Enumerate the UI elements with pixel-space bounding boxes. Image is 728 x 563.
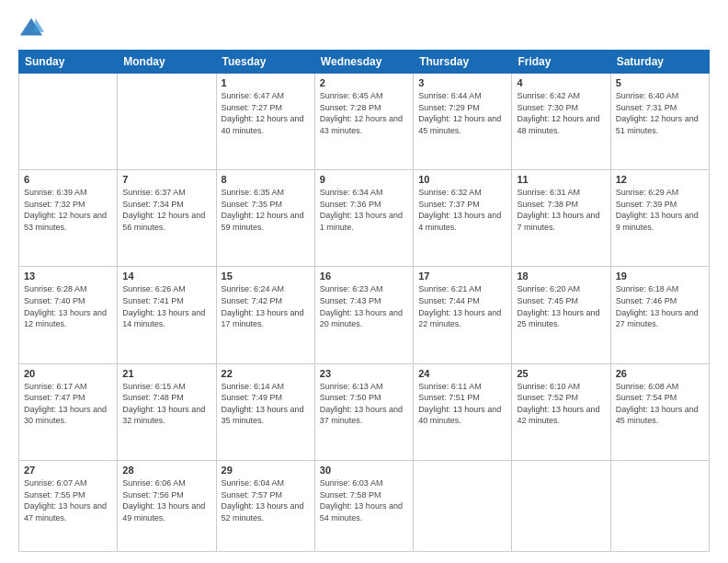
day-number: 28 xyxy=(122,465,210,476)
logo xyxy=(18,15,50,40)
day-info: Sunrise: 6:21 AM Sunset: 7:44 PM Dayligh… xyxy=(418,283,506,329)
calendar-day-cell: 9Sunrise: 6:34 AM Sunset: 7:36 PM Daylig… xyxy=(314,170,413,267)
calendar-day-cell: 7Sunrise: 6:37 AM Sunset: 7:34 PM Daylig… xyxy=(118,170,216,267)
day-number: 29 xyxy=(222,465,310,476)
day-info: Sunrise: 6:17 AM Sunset: 7:47 PM Dayligh… xyxy=(24,381,112,427)
day-info: Sunrise: 6:39 AM Sunset: 7:32 PM Dayligh… xyxy=(24,187,112,233)
day-info: Sunrise: 6:26 AM Sunset: 7:41 PM Dayligh… xyxy=(122,283,210,329)
calendar-week-row: 27Sunrise: 6:07 AM Sunset: 7:55 PM Dayli… xyxy=(19,460,710,551)
day-info: Sunrise: 6:11 AM Sunset: 7:51 PM Dayligh… xyxy=(418,381,506,427)
day-number: 26 xyxy=(616,368,704,379)
calendar-week-row: 1Sunrise: 6:47 AM Sunset: 7:27 PM Daylig… xyxy=(19,74,710,170)
day-info: Sunrise: 6:07 AM Sunset: 7:55 PM Dayligh… xyxy=(24,477,112,523)
day-info: Sunrise: 6:08 AM Sunset: 7:54 PM Dayligh… xyxy=(616,381,704,427)
calendar-day-cell: 1Sunrise: 6:47 AM Sunset: 7:27 PM Daylig… xyxy=(216,74,314,170)
calendar-day-cell: 25Sunrise: 6:10 AM Sunset: 7:52 PM Dayli… xyxy=(512,363,610,460)
day-number: 5 xyxy=(616,77,704,88)
day-number: 9 xyxy=(320,174,408,185)
day-number: 24 xyxy=(418,368,506,379)
day-info: Sunrise: 6:42 AM Sunset: 7:30 PM Dayligh… xyxy=(517,90,605,136)
calendar-day-cell xyxy=(512,460,610,551)
day-info: Sunrise: 6:10 AM Sunset: 7:52 PM Dayligh… xyxy=(517,381,605,427)
calendar-day-cell: 23Sunrise: 6:13 AM Sunset: 7:50 PM Dayli… xyxy=(314,363,413,460)
day-info: Sunrise: 6:37 AM Sunset: 7:34 PM Dayligh… xyxy=(122,187,210,233)
calendar-week-row: 13Sunrise: 6:28 AM Sunset: 7:40 PM Dayli… xyxy=(19,267,710,363)
calendar-day-cell: 8Sunrise: 6:35 AM Sunset: 7:35 PM Daylig… xyxy=(216,170,314,267)
day-info: Sunrise: 6:13 AM Sunset: 7:50 PM Dayligh… xyxy=(320,381,408,427)
calendar-day-cell: 24Sunrise: 6:11 AM Sunset: 7:51 PM Dayli… xyxy=(414,363,512,460)
day-info: Sunrise: 6:28 AM Sunset: 7:40 PM Dayligh… xyxy=(24,283,112,329)
calendar-day-header: Monday xyxy=(118,51,216,74)
day-info: Sunrise: 6:29 AM Sunset: 7:39 PM Dayligh… xyxy=(616,187,704,233)
calendar-day-cell: 16Sunrise: 6:23 AM Sunset: 7:43 PM Dayli… xyxy=(314,267,413,363)
day-info: Sunrise: 6:15 AM Sunset: 7:48 PM Dayligh… xyxy=(122,381,210,427)
day-info: Sunrise: 6:35 AM Sunset: 7:35 PM Dayligh… xyxy=(222,187,310,233)
day-number: 16 xyxy=(320,270,408,282)
day-info: Sunrise: 6:32 AM Sunset: 7:37 PM Dayligh… xyxy=(418,187,506,233)
day-info: Sunrise: 6:06 AM Sunset: 7:56 PM Dayligh… xyxy=(122,477,210,523)
day-info: Sunrise: 6:18 AM Sunset: 7:46 PM Dayligh… xyxy=(616,283,704,329)
day-number: 11 xyxy=(517,174,605,185)
calendar-day-cell: 29Sunrise: 6:04 AM Sunset: 7:57 PM Dayli… xyxy=(216,460,314,551)
day-number: 22 xyxy=(222,368,310,379)
day-number: 3 xyxy=(418,77,506,88)
page: SundayMondayTuesdayWednesdayThursdayFrid… xyxy=(0,0,728,563)
day-number: 10 xyxy=(418,174,506,185)
day-info: Sunrise: 6:40 AM Sunset: 7:31 PM Dayligh… xyxy=(616,90,704,136)
calendar-day-cell: 4Sunrise: 6:42 AM Sunset: 7:30 PM Daylig… xyxy=(512,74,610,170)
calendar-day-cell: 14Sunrise: 6:26 AM Sunset: 7:41 PM Dayli… xyxy=(118,267,216,363)
day-number: 1 xyxy=(222,77,310,88)
calendar-day-cell: 26Sunrise: 6:08 AM Sunset: 7:54 PM Dayli… xyxy=(610,363,709,460)
day-info: Sunrise: 6:34 AM Sunset: 7:36 PM Dayligh… xyxy=(320,187,408,233)
day-info: Sunrise: 6:31 AM Sunset: 7:38 PM Dayligh… xyxy=(517,187,605,233)
calendar-day-cell: 17Sunrise: 6:21 AM Sunset: 7:44 PM Dayli… xyxy=(414,267,512,363)
calendar-day-cell: 18Sunrise: 6:20 AM Sunset: 7:45 PM Dayli… xyxy=(512,267,610,363)
day-info: Sunrise: 6:03 AM Sunset: 7:58 PM Dayligh… xyxy=(320,477,408,523)
calendar-day-cell: 2Sunrise: 6:45 AM Sunset: 7:28 PM Daylig… xyxy=(314,74,413,170)
day-number: 13 xyxy=(24,270,112,282)
day-number: 27 xyxy=(24,465,112,476)
day-number: 2 xyxy=(320,77,408,88)
calendar-day-cell: 30Sunrise: 6:03 AM Sunset: 7:58 PM Dayli… xyxy=(314,460,413,551)
calendar-day-cell xyxy=(414,460,512,551)
day-number: 20 xyxy=(24,368,112,379)
day-info: Sunrise: 6:23 AM Sunset: 7:43 PM Dayligh… xyxy=(320,283,408,329)
day-number: 15 xyxy=(222,270,310,282)
day-info: Sunrise: 6:14 AM Sunset: 7:49 PM Dayligh… xyxy=(222,381,310,427)
calendar-day-cell: 11Sunrise: 6:31 AM Sunset: 7:38 PM Dayli… xyxy=(512,170,610,267)
calendar-table: SundayMondayTuesdayWednesdayThursdayFrid… xyxy=(18,50,710,552)
calendar-day-cell: 20Sunrise: 6:17 AM Sunset: 7:47 PM Dayli… xyxy=(19,363,118,460)
calendar-day-cell: 13Sunrise: 6:28 AM Sunset: 7:40 PM Dayli… xyxy=(19,267,118,363)
logo-icon xyxy=(18,15,44,40)
calendar-day-cell: 3Sunrise: 6:44 AM Sunset: 7:29 PM Daylig… xyxy=(414,74,512,170)
day-info: Sunrise: 6:45 AM Sunset: 7:28 PM Dayligh… xyxy=(320,90,408,136)
day-number: 21 xyxy=(122,368,210,379)
day-info: Sunrise: 6:20 AM Sunset: 7:45 PM Dayligh… xyxy=(517,283,605,329)
calendar-day-cell: 28Sunrise: 6:06 AM Sunset: 7:56 PM Dayli… xyxy=(118,460,216,551)
day-info: Sunrise: 6:04 AM Sunset: 7:57 PM Dayligh… xyxy=(222,477,310,523)
day-number: 6 xyxy=(24,174,112,185)
day-number: 23 xyxy=(320,368,408,379)
day-number: 8 xyxy=(222,174,310,185)
calendar-day-cell: 19Sunrise: 6:18 AM Sunset: 7:46 PM Dayli… xyxy=(610,267,709,363)
calendar-week-row: 6Sunrise: 6:39 AM Sunset: 7:32 PM Daylig… xyxy=(19,170,710,267)
calendar-day-cell xyxy=(610,460,709,551)
calendar-day-cell: 15Sunrise: 6:24 AM Sunset: 7:42 PM Dayli… xyxy=(216,267,314,363)
calendar-week-row: 20Sunrise: 6:17 AM Sunset: 7:47 PM Dayli… xyxy=(19,363,710,460)
calendar-day-cell: 27Sunrise: 6:07 AM Sunset: 7:55 PM Dayli… xyxy=(19,460,118,551)
day-number: 17 xyxy=(418,270,506,282)
day-number: 25 xyxy=(517,368,605,379)
day-info: Sunrise: 6:47 AM Sunset: 7:27 PM Dayligh… xyxy=(222,90,310,136)
calendar-day-header: Saturday xyxy=(610,51,709,74)
calendar-day-cell: 12Sunrise: 6:29 AM Sunset: 7:39 PM Dayli… xyxy=(610,170,709,267)
calendar-day-cell xyxy=(118,74,216,170)
day-number: 12 xyxy=(616,174,704,185)
day-info: Sunrise: 6:44 AM Sunset: 7:29 PM Dayligh… xyxy=(418,90,506,136)
day-info: Sunrise: 6:24 AM Sunset: 7:42 PM Dayligh… xyxy=(222,283,310,329)
day-number: 4 xyxy=(517,77,605,88)
calendar-day-header: Wednesday xyxy=(314,51,413,74)
calendar-day-header: Thursday xyxy=(414,51,512,74)
day-number: 7 xyxy=(122,174,210,185)
day-number: 30 xyxy=(320,465,408,476)
calendar-day-cell xyxy=(19,74,118,170)
